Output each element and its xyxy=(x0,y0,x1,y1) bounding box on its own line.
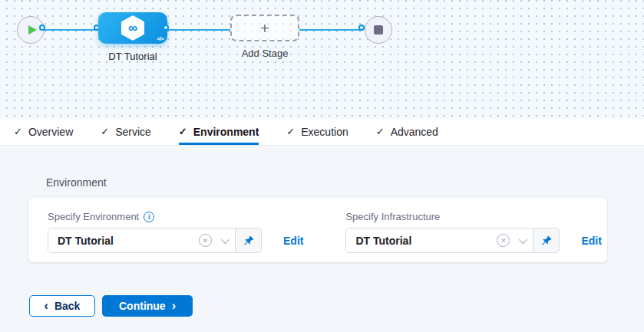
environment-field-label: Specify Environment xyxy=(48,211,139,222)
stage-name-label: DT Tutorial xyxy=(91,51,175,62)
infrastructure-select-input[interactable] xyxy=(355,235,497,247)
check-icon: ✓ xyxy=(101,126,109,137)
infrastructure-field-label: Specify Infrastructure xyxy=(345,211,440,222)
chevron-left-icon: ‹ xyxy=(45,300,48,312)
clear-icon[interactable]: ✕ xyxy=(199,234,212,247)
section-title: Environment xyxy=(46,176,107,189)
pin-button[interactable] xyxy=(236,228,262,253)
stage-node-dt-tutorial[interactable]: ∞ </> xyxy=(98,12,167,44)
clear-icon[interactable]: ✕ xyxy=(497,234,510,247)
pipeline-end-node xyxy=(365,16,392,44)
environment-select[interactable]: ✕ xyxy=(48,228,236,253)
play-icon xyxy=(28,25,37,35)
back-button[interactable]: ‹ Back xyxy=(29,295,95,317)
connector-line xyxy=(167,29,230,31)
info-icon[interactable]: i xyxy=(144,212,154,222)
tab-execution[interactable]: ✓ Execution xyxy=(286,119,348,145)
deploy-stage-icon: ∞ xyxy=(121,15,144,41)
environment-edit-link[interactable]: Edit xyxy=(283,235,303,247)
pin-icon xyxy=(243,235,254,246)
connector-port xyxy=(39,25,45,31)
check-icon: ✓ xyxy=(376,126,385,137)
check-icon: ✓ xyxy=(14,126,22,137)
code-icon: </> xyxy=(157,36,163,41)
check-icon: ✓ xyxy=(179,126,187,137)
connector-port xyxy=(163,25,169,31)
tab-advanced[interactable]: ✓ Advanced xyxy=(376,119,438,145)
pin-icon xyxy=(541,235,552,246)
pin-button[interactable] xyxy=(533,228,560,253)
stage-tabs: ✓ Overview ✓ Service ✓ Environment ✓ Exe… xyxy=(0,119,644,146)
tab-overview[interactable]: ✓ Overview xyxy=(14,119,73,145)
stop-icon xyxy=(374,25,383,35)
environment-field-group: Specify Environment i ✕ xyxy=(48,211,303,262)
infinity-glyph: ∞ xyxy=(128,21,137,35)
environment-select-input[interactable] xyxy=(58,235,199,247)
tab-label: Service xyxy=(115,126,151,138)
chevron-right-icon: › xyxy=(172,300,176,312)
environment-tab-panel: Environment Specify Environment i ✕ xyxy=(0,146,644,332)
add-stage-button[interactable]: + xyxy=(230,15,299,41)
connector-line xyxy=(299,29,361,31)
check-icon: ✓ xyxy=(286,126,295,137)
tab-service[interactable]: ✓ Service xyxy=(101,119,151,145)
tab-label: Overview xyxy=(28,126,73,138)
environment-card: Specify Environment i ✕ xyxy=(28,198,607,262)
chevron-down-icon[interactable] xyxy=(519,235,527,243)
chevron-down-icon[interactable] xyxy=(221,235,230,243)
stage-configuration-screen: ∞ </> DT Tutorial + Add Stage ✓ Overview… xyxy=(0,0,644,332)
tab-label: Environment xyxy=(193,126,259,138)
infrastructure-select[interactable]: ✕ xyxy=(345,228,533,253)
infrastructure-field-group: Specify Infrastructure ✕ xyxy=(345,211,601,262)
tab-label: Advanced xyxy=(391,126,438,138)
add-stage-label: Add Stage xyxy=(230,48,299,59)
infrastructure-edit-link[interactable]: Edit xyxy=(581,235,601,247)
tab-environment[interactable]: ✓ Environment xyxy=(179,119,259,145)
plus-icon: + xyxy=(260,19,269,38)
connector-line xyxy=(44,29,98,31)
tab-label: Execution xyxy=(301,126,348,138)
continue-button[interactable]: Continue › xyxy=(102,295,193,317)
connector-port xyxy=(358,25,365,31)
pipeline-canvas[interactable]: ∞ </> DT Tutorial + Add Stage xyxy=(0,0,644,119)
